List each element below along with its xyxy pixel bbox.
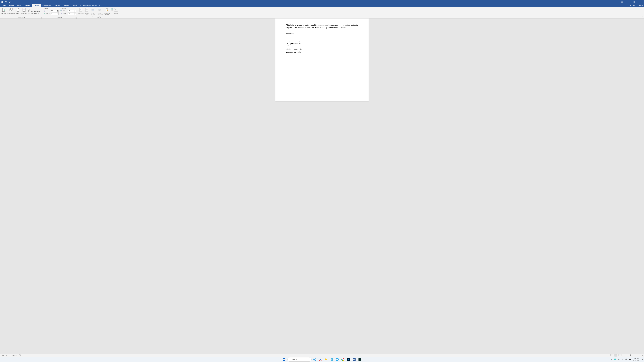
chrome-icon[interactable]: n	[340, 357, 345, 362]
spinner-up-icon[interactable]: ▲	[57, 10, 58, 11]
zoom-level[interactable]: 90%	[640, 355, 643, 356]
svg-rect-24	[29, 9, 30, 10]
sign-in-link[interactable]: Sign in	[630, 4, 634, 6]
close-icon[interactable]	[638, 0, 644, 4]
tab-layout[interactable]: Layout	[32, 4, 41, 7]
selection-pane-button[interactable]: Selection Pane	[104, 7, 111, 16]
minimize-icon[interactable]	[625, 0, 631, 4]
spinner-up-icon[interactable]: ▲	[57, 12, 58, 14]
spacing-after-input[interactable]: ▲▼	[68, 12, 76, 15]
wrap-text-button: Wrap Text▾	[84, 7, 90, 17]
tab-file[interactable]: File	[1, 4, 8, 7]
share-button[interactable]: Share	[636, 4, 643, 6]
read-mode-icon[interactable]	[610, 354, 614, 357]
status-words[interactable]: 131 words	[10, 355, 17, 356]
bring-forward-button: Bring Forward▾	[90, 7, 96, 17]
print-layout-icon[interactable]	[614, 354, 618, 357]
indent-left-input[interactable]: ▲▼	[51, 10, 58, 12]
spelling-status-icon[interactable]	[19, 354, 21, 356]
spinner-up-icon[interactable]: ▲	[74, 10, 76, 11]
filmora-icon[interactable]	[358, 357, 362, 362]
document-area[interactable]: This letter is simply to notify you of t…	[0, 18, 644, 359]
tell-me-search[interactable]: Tell me what you want to do...	[80, 4, 104, 7]
svg-rect-1	[2, 1, 2, 2]
orientation-button[interactable]: Orientation▾	[7, 7, 15, 16]
undo-icon[interactable]	[4, 0, 8, 3]
align-button[interactable]: Align▾	[111, 8, 120, 10]
paragraph-launcher-icon[interactable]	[76, 17, 77, 18]
status-page[interactable]: Page 1 of 1	[1, 355, 8, 356]
spinner-down-icon[interactable]: ▼	[74, 14, 76, 15]
svg-rect-23	[28, 8, 29, 9]
svg-rect-62	[615, 354, 617, 356]
telegram-icon[interactable]	[335, 357, 340, 362]
maximize-icon[interactable]	[632, 0, 637, 4]
zoom-thumb[interactable]	[630, 355, 630, 356]
clock-date: 5/23/2023	[632, 360, 639, 361]
taskbar-search[interactable]: Search	[288, 357, 312, 362]
bing-icon[interactable]	[312, 357, 317, 362]
spinner-down-icon[interactable]: ▼	[74, 11, 76, 12]
security-icon[interactable]	[614, 358, 616, 361]
tab-home[interactable]: Home	[8, 4, 16, 7]
group-arrange: Position▾ Wrap Text▾ Bring Forward▾ Send…	[77, 7, 120, 18]
spinner-up-icon[interactable]: ▲	[74, 12, 76, 14]
battery-icon[interactable]	[629, 358, 631, 361]
svg-rect-66	[284, 358, 285, 359]
tab-design[interactable]: Design	[23, 4, 32, 7]
ribbon-tabs: File Home Insert Design Layout Reference…	[0, 4, 644, 7]
tabrow-right: Sign in Share	[630, 4, 643, 7]
spinner-down-icon[interactable]: ▼	[57, 14, 58, 15]
photoshop-icon[interactable]: Ps	[346, 357, 351, 362]
tab-view[interactable]: View	[72, 4, 78, 7]
notifications-icon[interactable]	[640, 358, 643, 361]
tab-review[interactable]: Review	[62, 4, 71, 7]
word-icon[interactable]: W	[352, 357, 356, 362]
group-label-paragraph: Paragraph	[42, 16, 77, 18]
start-button[interactable]	[282, 357, 286, 362]
zoom-in-icon[interactable]: +	[637, 354, 639, 356]
microphone-icon[interactable]	[618, 358, 620, 361]
tab-references[interactable]: References	[41, 4, 52, 7]
breaks-button[interactable]: Breaks▾	[28, 8, 41, 10]
closing-sincerely[interactable]: Sincerely,	[286, 32, 358, 35]
qat-customize-icon[interactable]: ▾	[12, 0, 14, 3]
svg-rect-94	[631, 359, 631, 360]
svg-rect-67	[283, 360, 284, 361]
tab-mailings[interactable]: Mailings	[52, 4, 62, 7]
save-icon[interactable]	[0, 0, 4, 3]
zoom-out-icon[interactable]: −	[622, 354, 624, 356]
document-page[interactable]: This letter is simply to notify you of t…	[276, 18, 369, 101]
signer-title[interactable]: Account Specialist	[286, 51, 358, 53]
web-layout-icon[interactable]	[618, 354, 622, 357]
ribbon-display-options-icon[interactable]	[619, 0, 625, 4]
page-setup-launcher-icon[interactable]	[41, 17, 42, 18]
zoom-slider[interactable]	[626, 355, 636, 356]
body-paragraph[interactable]: This letter is simply to notify you of t…	[286, 24, 358, 29]
collapse-ribbon-icon[interactable]	[641, 16, 643, 18]
line-numbers-button[interactable]: 12 Line Numbers▾	[28, 10, 41, 12]
redo-icon[interactable]	[8, 0, 11, 3]
columns-button[interactable]: Columns▾	[20, 7, 27, 16]
spacing-before-input[interactable]: ▲▼	[68, 10, 76, 12]
svg-rect-2	[2, 2, 3, 2]
system-clock[interactable]: 10:57 PM 5/23/2023	[632, 358, 639, 361]
file-explorer-icon[interactable]	[324, 357, 328, 362]
tab-insert[interactable]: Insert	[16, 4, 23, 7]
volume-icon[interactable]	[625, 358, 628, 361]
tray-chevron-icon[interactable]	[610, 358, 612, 361]
margins-button[interactable]: Margins▾	[0, 7, 7, 16]
svg-rect-14	[10, 8, 12, 10]
notepad-icon[interactable]	[329, 357, 334, 362]
signature-image	[286, 39, 358, 47]
spinner-down-icon[interactable]: ▼	[57, 11, 58, 12]
svg-rect-95	[641, 359, 642, 360]
hyphenation-button[interactable]: bc Hyphenation▾	[28, 12, 41, 14]
indent-right-input[interactable]: ▲▼	[51, 12, 58, 15]
size-button[interactable]: Size▾	[15, 7, 20, 16]
wifi-icon[interactable]	[621, 358, 624, 361]
svg-rect-68	[284, 360, 285, 361]
svg-point-10	[637, 5, 638, 5]
snipping-tool-icon[interactable]	[318, 357, 323, 362]
signer-name[interactable]: Christopher Morris	[286, 48, 358, 50]
